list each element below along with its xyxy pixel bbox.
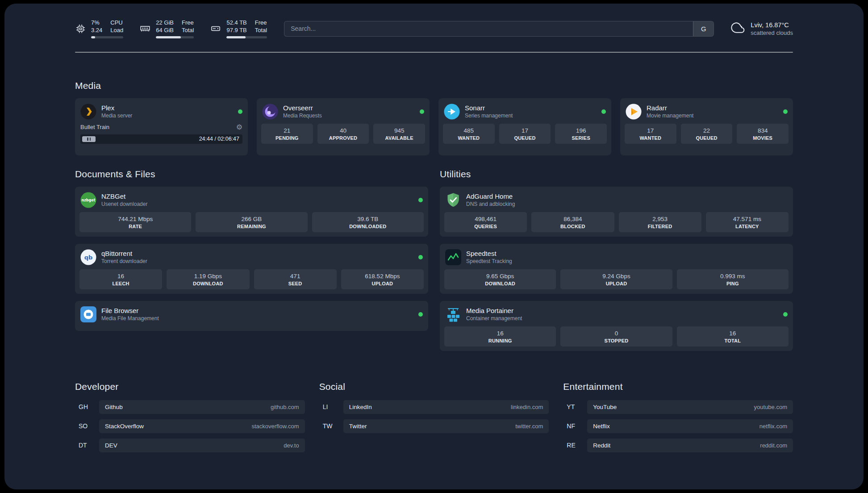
service-card-radarr[interactable]: RadarrMovie management17WANTED22QUEUED83…	[620, 98, 793, 155]
stat-stopped: 0STOPPED	[560, 326, 672, 347]
service-titles: AdGuard HomeDNS and adblocking	[466, 192, 515, 207]
bookmark-pill[interactable]: LinkedInlinkedin.com	[343, 400, 549, 414]
memory-icon	[139, 23, 151, 34]
service-titles: Media PortainerContainer management	[466, 307, 522, 322]
service-header: qbqBittorrentTorrent downloader	[79, 248, 424, 269]
status-dot-online	[238, 109, 242, 114]
bookmark-pill[interactable]: Netflixnetflix.com	[587, 419, 793, 433]
service-name: AdGuard Home	[466, 192, 515, 200]
pause-bar	[90, 138, 91, 141]
service-card-speedtest[interactable]: SpeedtestSpeedtest Tracking9.65 GbpsDOWN…	[440, 244, 793, 294]
bookmark-pill[interactable]: Twittertwitter.com	[343, 419, 549, 433]
stat-value: 21	[263, 127, 311, 134]
stat-label: WANTED	[445, 135, 493, 141]
resource-value-bottom: 3.24	[91, 27, 102, 34]
bookmark-linkedin[interactable]: LILinkedInlinkedin.com	[319, 400, 549, 414]
documents-cards: nzbgetNZBGetUsenet downloader744.21 Mbps…	[75, 187, 428, 331]
gear-icon[interactable]: ⚙	[236, 124, 242, 131]
middle-columns: Documents & Files nzbgetNZBGetUsenet dow…	[75, 169, 793, 351]
bookmark-url: stackoverflow.com	[251, 423, 299, 430]
bookmark-name: Netflix	[593, 423, 610, 430]
service-subtitle: Media File Management	[101, 315, 159, 322]
weather-text: Lviv, 16.87°C scattered clouds	[751, 21, 793, 36]
service-card-sonarr[interactable]: SonarrSeries management485WANTED17QUEUED…	[438, 98, 611, 155]
resource-values: 7%3.24CPULoad	[91, 19, 123, 34]
section-media: Media PlexMedia serverBullet Train⚙24:44…	[75, 80, 793, 155]
stat-value: 16	[679, 330, 787, 337]
stat-label: UPLOAD	[562, 281, 670, 286]
section-utilities: Utilities AdGuard HomeDNS and adblocking…	[440, 169, 793, 351]
stat-label: FILTERED	[621, 224, 700, 229]
bookmark-netflix[interactable]: NFNetflixnetflix.com	[563, 419, 793, 433]
bookmark-pill[interactable]: StackOverflowstackoverflow.com	[99, 419, 305, 433]
bookmark-abbr: GH	[75, 403, 99, 410]
resource-value-top: 52.4 TB	[226, 19, 246, 26]
service-titles: File BrowserMedia File Management	[101, 307, 159, 322]
stat-value: 47.571 ms	[708, 216, 787, 222]
service-name: Plex	[101, 104, 132, 112]
service-subtitle: Container management	[466, 315, 522, 322]
service-titles: SonarrSeries management	[465, 104, 513, 119]
resource-widget-cpu: 7%3.24CPULoad	[75, 19, 123, 38]
status-dot-online	[418, 312, 423, 317]
stat-ping: 0.993 msPING	[677, 269, 789, 289]
bookmark-pill[interactable]: DEVdev.to	[99, 439, 305, 452]
cpu-icon	[75, 23, 86, 34]
now-playing-row: Bullet Train⚙	[80, 124, 242, 131]
bookmark-reddit[interactable]: RERedditreddit.com	[563, 439, 793, 452]
search-input[interactable]	[284, 21, 693, 36]
bookmark-youtube[interactable]: YTYouTubeyoutube.com	[563, 400, 793, 414]
section-title-media: Media	[75, 80, 793, 91]
bookmark-github[interactable]: GHGithubgithub.com	[75, 400, 305, 414]
bookmark-dev[interactable]: DTDEVdev.to	[75, 439, 305, 452]
weather-condition: scattered clouds	[751, 29, 793, 36]
search-provider-button[interactable]: G	[693, 21, 714, 36]
service-card-plex[interactable]: PlexMedia serverBullet Train⚙24:44 / 02:…	[75, 98, 248, 155]
sonarr-icon	[444, 104, 460, 120]
status-dot-online	[418, 255, 423, 259]
stat-label: MOVIES	[739, 135, 787, 141]
stat-label: LATENCY	[708, 224, 787, 229]
service-titles: OverseerrMedia Requests	[283, 104, 322, 119]
pause-button[interactable]	[82, 136, 96, 142]
bookmark-pill[interactable]: Redditreddit.com	[587, 439, 793, 452]
service-card-adguard-home[interactable]: AdGuard HomeDNS and adblocking498,461QUE…	[440, 187, 793, 237]
stat-label: BLOCKED	[533, 224, 612, 229]
service-card-file-browser[interactable]: File BrowserMedia File Management	[75, 301, 428, 331]
stat-label: WANTED	[626, 135, 675, 141]
stat-value: 17	[501, 127, 549, 134]
resource-widget-disk: 52.4 TB97.9 TBFreeTotal	[210, 19, 267, 38]
resource-widget-memory: 22 GiB64 GiBFreeTotal	[139, 19, 194, 38]
bookmark-abbr: NF	[563, 422, 587, 430]
bookmark-name: DEV	[105, 442, 117, 449]
service-name: Speedtest	[466, 250, 512, 257]
service-name: Overseerr	[283, 104, 322, 112]
bookmark-pill[interactable]: Githubgithub.com	[99, 400, 305, 414]
service-card-qbittorrent[interactable]: qbqBittorrentTorrent downloader16LEECH1.…	[75, 244, 428, 294]
stat-value: 40	[319, 127, 367, 134]
filebrowser-icon	[80, 306, 96, 322]
stat-remaining: 266 GBREMAINING	[196, 212, 307, 232]
bookmark-list: LILinkedInlinkedin.comTWTwittertwitter.c…	[319, 400, 549, 433]
bookmark-twitter[interactable]: TWTwittertwitter.com	[319, 419, 549, 433]
service-subtitle: Speedtest Tracking	[466, 258, 512, 264]
stat-label: RATE	[81, 224, 189, 229]
service-card-overseerr[interactable]: OverseerrMedia Requests21PENDING40APPROV…	[257, 98, 430, 155]
stat-pending: 21PENDING	[261, 124, 313, 144]
service-card-media-portainer[interactable]: Media PortainerContainer management16RUN…	[440, 301, 793, 351]
service-header: SonarrSeries management	[443, 103, 607, 124]
disk-icon	[210, 23, 221, 34]
bookmark-pill[interactable]: YouTubeyoutube.com	[587, 400, 793, 414]
bookmark-name: YouTube	[593, 404, 617, 410]
bookmark-stackoverflow[interactable]: SOStackOverflowstackoverflow.com	[75, 419, 305, 433]
stat-label: QUEUED	[501, 135, 549, 141]
speedtest-icon	[445, 249, 461, 265]
playback-bar[interactable]: 24:44 / 02:06:47	[80, 134, 242, 144]
service-name: qBittorrent	[101, 250, 147, 257]
service-card-nzbget[interactable]: nzbgetNZBGetUsenet downloader744.21 Mbps…	[75, 187, 428, 237]
stat-label: TOTAL	[679, 338, 787, 343]
service-header: PlexMedia server	[79, 103, 243, 124]
bookmark-group-title: Developer	[75, 381, 305, 392]
resource-usage-fill	[156, 36, 181, 38]
service-stats: 9.65 GbpsDOWNLOAD9.24 GbpsUPLOAD0.993 ms…	[444, 269, 789, 289]
